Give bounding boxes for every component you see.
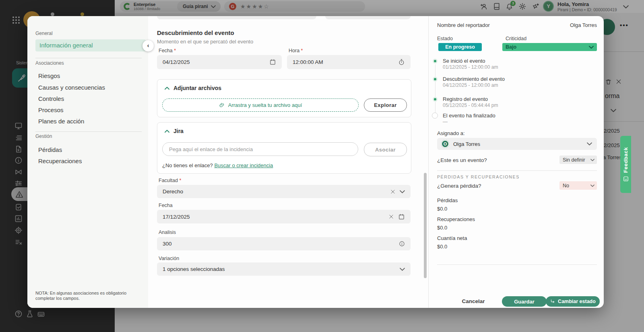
recuperaciones-label: Recuperaciones — [437, 216, 475, 222]
timeline-dot-done — [433, 97, 438, 102]
criticidad-value: Bajo — [506, 44, 589, 50]
genera-value: No — [563, 183, 590, 189]
calendar-icon[interactable] — [398, 213, 405, 220]
timeline-dot-done — [433, 77, 438, 82]
es-evento-value: Sin definir — [563, 157, 590, 163]
attach-title: Adjuntar archivos — [173, 85, 221, 91]
hora-input[interactable]: 12:00:00 AM — [287, 55, 411, 69]
criticidad-select[interactable]: Bajo — [502, 43, 597, 51]
attach-card: Adjuntar archivos Arrastra y suelta tu a… — [157, 79, 411, 117]
es-evento-label: ¿Este es un evento? — [437, 157, 487, 163]
chevron-down-icon[interactable] — [400, 190, 405, 194]
chevron-down-icon — [590, 184, 594, 187]
analisis-label: Analisis — [159, 230, 176, 235]
fecha2-label: Fecha — [159, 203, 173, 208]
change-state-button[interactable]: Cambiar estado — [546, 296, 600, 307]
nav-item-planes[interactable]: Planes de acción — [38, 118, 84, 125]
assignee-avatar: O — [441, 140, 449, 148]
save-button[interactable]: Guardar — [502, 296, 547, 307]
nav-item-procesos[interactable]: Procesos — [38, 107, 64, 113]
jira-title: Jira — [173, 128, 184, 134]
timeline-dot-done — [433, 59, 438, 64]
nav-item-causas[interactable]: Causas y consecuencias — [38, 84, 105, 91]
genera-label: ¿Genera pérdida? — [437, 183, 481, 189]
timeline-date: 04/12/2025 - 12:00:00 am — [443, 82, 498, 88]
clear-icon[interactable] — [390, 189, 396, 195]
hora-value: 12:00:00 AM — [293, 59, 394, 65]
nav-asociaciones-label: Asociaciones — [35, 60, 64, 66]
analisis-input[interactable]: 300 — [157, 237, 411, 250]
clear-icon[interactable] — [388, 214, 394, 219]
perdidas-section-header: PÉRDIDAS Y RECUPERACIONES — [437, 174, 520, 179]
nav-item-riesgos[interactable]: Riesgos — [38, 72, 60, 79]
explorar-button[interactable]: Explorar — [364, 98, 407, 112]
jira-help-text: ¿No tienes el enlace? — [162, 162, 213, 168]
panel-divider — [428, 16, 429, 308]
form-top-stub — [325, 16, 411, 19]
perdidas-label: Pérdidas — [437, 197, 458, 203]
timeline-date: 01/12/2025 - 12:00:00 am — [443, 64, 498, 70]
nav-item-recuperaciones[interactable]: Recuperaciones — [38, 158, 82, 164]
file-dropzone[interactable]: Arrastra y suelta tu archivo aquí — [162, 98, 359, 112]
smiley-icon — [623, 176, 629, 182]
asignado-label: Asignado a: — [437, 130, 465, 136]
timeline-title: El evento ha finalizado — [443, 113, 495, 119]
scrollbar[interactable] — [424, 173, 427, 278]
chevron-down-icon[interactable] — [400, 267, 405, 271]
chevron-down-icon — [587, 142, 592, 146]
nav-item-controles[interactable]: Controles — [38, 95, 64, 102]
paperclip-icon — [219, 102, 225, 108]
feedback-label: Feedback — [623, 147, 629, 173]
calendar-icon[interactable] — [269, 59, 276, 66]
event-modal: General Información general Asociaciones… — [27, 16, 604, 308]
perdidas-value: $0.0 — [437, 206, 447, 212]
asociar-button[interactable]: Asociar — [364, 143, 407, 156]
chevron-down-icon — [590, 158, 594, 162]
cuantia-label: Cuantía neta — [437, 235, 467, 241]
timeline-title: Descubrimiento del evento — [443, 76, 505, 82]
facultad-select[interactable]: Derecho — [157, 185, 411, 198]
analisis-value: 300 — [163, 241, 395, 247]
nav-item-informacion-general[interactable]: Información general — [35, 39, 146, 51]
timeline-dot-pending — [432, 113, 438, 119]
section-title: Descubrimiento del evento — [157, 29, 234, 36]
collapse-section-icon[interactable] — [165, 129, 169, 133]
genera-select[interactable]: No — [559, 181, 597, 190]
jira-card: Jira Pega aquí el enlace de la incidenci… — [157, 122, 411, 174]
fecha-label: Fecha * — [159, 48, 176, 53]
timeline-date: 05/12/2025 - 05:44:44 pm — [443, 102, 498, 108]
estado-label: Estado — [437, 36, 453, 41]
recuperaciones-value: $0.0 — [437, 225, 447, 231]
dropzone-label: Arrastra y suelta tu archivo aquí — [228, 102, 302, 108]
jira-placeholder: Pega aquí el enlace de la incidencia — [169, 146, 253, 152]
reporter-value: Olga Torres — [516, 22, 597, 28]
timeline-title: Se inició el evento — [443, 58, 485, 64]
stopwatch-icon[interactable] — [398, 59, 405, 66]
variacion-select[interactable]: 1 opciones seleccionadas — [157, 262, 411, 276]
nav-item-perdidas[interactable]: Pérdidas — [38, 146, 62, 153]
jira-help-link[interactable]: Buscar o crear incidencia — [214, 162, 273, 168]
feedback-tab[interactable]: Feedback — [620, 136, 631, 193]
cancel-button[interactable]: Cancelar — [455, 298, 491, 304]
asignado-value: Olga Torres — [453, 141, 583, 147]
asignado-select[interactable]: O Olga Torres — [437, 138, 597, 150]
info-icon — [399, 241, 405, 247]
fecha-input[interactable]: 04/12/2025 — [157, 55, 282, 69]
variacion-label: Variación — [159, 256, 179, 261]
section-subtitle: Momento en el que se percató del evento — [157, 39, 253, 45]
screen: Sistema C Ge Enterp — [0, 0, 644, 332]
change-state-label: Cambiar estado — [558, 299, 596, 304]
collapse-nav-button[interactable]: ‹ — [142, 40, 154, 51]
redirect-arrow-icon — [550, 299, 555, 304]
variacion-value: 1 opciones seleccionadas — [163, 266, 396, 272]
nav-note: NOTA: En algunas asociaciones es obligat… — [35, 291, 144, 301]
cuantia-value: $0.0 — [437, 244, 447, 250]
criticidad-label: Criticidad — [506, 36, 526, 41]
nav-gestion-label: Gestión — [35, 133, 52, 139]
collapse-section-icon[interactable] — [165, 86, 169, 90]
jira-link-input[interactable]: Pega aquí el enlace de la incidencia — [162, 142, 358, 156]
fecha2-value: 17/12/2025 — [163, 214, 384, 220]
timeline-line — [435, 64, 436, 115]
fecha2-input[interactable]: 17/12/2025 — [157, 210, 411, 223]
es-evento-select[interactable]: Sin definir — [559, 156, 597, 164]
